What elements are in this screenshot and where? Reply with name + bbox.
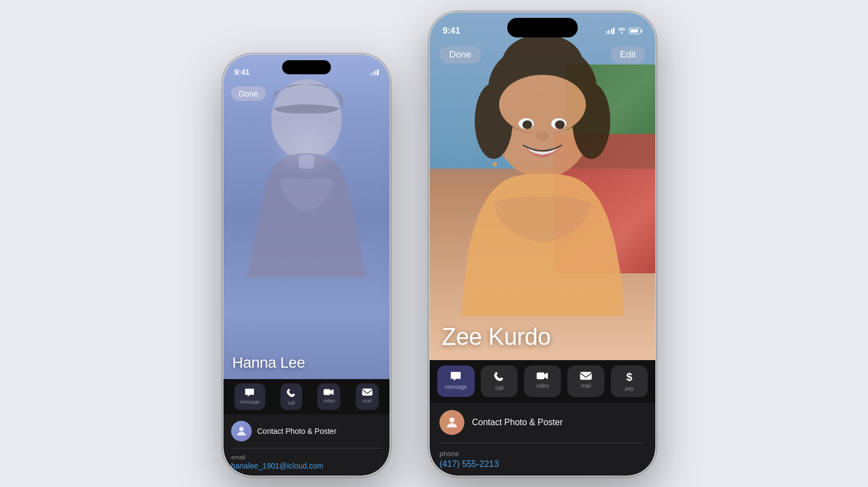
wifi-icon-front xyxy=(617,27,626,35)
contact-avatar-front xyxy=(439,410,464,435)
contact-name-front: Zee Kurdo xyxy=(430,315,655,360)
screen-front: 9:41 xyxy=(430,12,655,476)
message-icon-front xyxy=(450,371,462,382)
svg-rect-17 xyxy=(537,373,544,380)
time-front: 9:41 xyxy=(443,26,460,36)
call-icon-back xyxy=(286,388,297,399)
svg-point-11 xyxy=(499,75,586,134)
email-section-back: email hanalee_1901@icloud.com xyxy=(231,448,382,476)
action-message-back[interactable]: message xyxy=(234,383,265,410)
zee-portrait xyxy=(461,34,624,316)
signal-icon-front xyxy=(606,28,615,34)
mail-icon-front xyxy=(579,371,592,381)
face-overlay-back xyxy=(224,55,390,379)
status-icons-front xyxy=(606,27,643,35)
photo-area-front: 9:41 xyxy=(430,12,655,360)
contact-avatar-back xyxy=(231,421,252,441)
svg-point-15 xyxy=(555,120,565,129)
action-call-front[interactable]: call xyxy=(481,366,518,397)
status-icons-back xyxy=(371,69,379,75)
avatar-icon-front xyxy=(444,415,459,430)
signal-icon-back xyxy=(371,69,379,75)
avatar-icon-back xyxy=(235,425,248,438)
dynamic-island-front xyxy=(507,18,578,37)
call-icon-front xyxy=(493,371,505,383)
done-button-back[interactable]: Done xyxy=(231,86,266,101)
svg-rect-2 xyxy=(324,389,331,395)
action-call-back[interactable]: call xyxy=(280,383,302,410)
video-icon-front xyxy=(536,371,549,381)
action-video-back[interactable]: video xyxy=(317,383,340,410)
contact-name-back: Hanna Lee xyxy=(224,348,390,379)
mail-icon-back xyxy=(361,388,373,396)
svg-point-14 xyxy=(522,120,532,129)
svg-point-4 xyxy=(239,427,244,431)
action-message-front[interactable]: message xyxy=(437,366,475,397)
svg-rect-18 xyxy=(580,372,592,380)
video-icon-back xyxy=(323,388,335,396)
action-pay-front[interactable]: $ pay xyxy=(611,366,648,397)
iphone-front: 9:41 xyxy=(429,11,656,477)
action-bar-front: message call video mail $ pay xyxy=(430,360,655,402)
svg-point-16 xyxy=(536,132,549,140)
svg-point-19 xyxy=(449,418,454,422)
pay-icon-front: $ xyxy=(626,371,632,383)
battery-icon-front xyxy=(629,28,642,34)
action-mail-front[interactable]: mail xyxy=(567,366,604,397)
iphone-back: 9:41 Done xyxy=(222,54,391,477)
scene: 9:41 Done xyxy=(190,10,678,477)
dynamic-island-back xyxy=(282,60,331,74)
phone-section-front: phone (417) 555-2213 xyxy=(439,443,646,476)
contact-photo-row-back[interactable]: Contact Photo & Poster xyxy=(231,414,382,448)
action-video-front[interactable]: video xyxy=(524,366,561,397)
edit-button-front[interactable]: Edit xyxy=(610,46,646,63)
done-button-front[interactable]: Done xyxy=(439,46,481,63)
action-bar-back: message call video mail xyxy=(224,379,390,414)
action-mail-back[interactable]: mail xyxy=(356,383,379,410)
time-back: 9:41 xyxy=(234,68,250,76)
message-icon-back xyxy=(244,388,255,398)
contact-photo-row-front[interactable]: Contact Photo & Poster xyxy=(439,402,646,443)
info-area-back: Contact Photo & Poster email hanalee_190… xyxy=(224,414,390,476)
info-area-front: Contact Photo & Poster phone (417) 555-2… xyxy=(430,402,655,476)
photo-area-back: 9:41 Done xyxy=(224,55,390,379)
svg-rect-3 xyxy=(362,389,372,396)
screen-back: 9:41 Done xyxy=(224,55,390,476)
